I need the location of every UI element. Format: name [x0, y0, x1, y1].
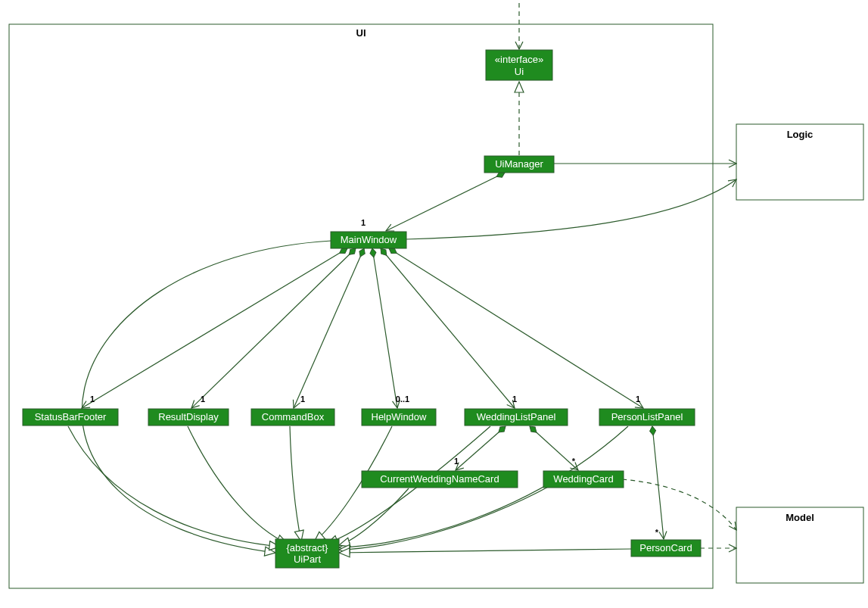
mult-currentweddingnamecard: 1 — [454, 457, 459, 466]
node-mainwindow: MainWindow — [331, 232, 406, 248]
node-personlistpanel: PersonListPanel — [599, 409, 695, 426]
mult-personcard: * — [655, 528, 659, 537]
package-ui — [9, 24, 713, 588]
svg-text:CommandBox: CommandBox — [262, 411, 325, 422]
svg-text:PersonListPanel: PersonListPanel — [611, 411, 683, 422]
node-personcard: PersonCard — [631, 540, 701, 557]
svg-text:«interface»: «interface» — [495, 54, 543, 65]
svg-text:WeddingListPanel: WeddingListPanel — [477, 411, 556, 422]
mult-resultdisplay: 1 — [201, 394, 205, 404]
svg-text:PersonCard: PersonCard — [639, 542, 692, 553]
node-helpwindow: HelpWindow — [362, 409, 436, 426]
node-currentweddingnamecard: CurrentWeddingNameCard — [362, 471, 518, 488]
package-logic-title: Logic — [787, 129, 814, 140]
node-statusbarfooter: StatusBarFooter — [23, 409, 118, 426]
mult-helpwindow: 0..1 — [396, 394, 409, 404]
package-model-title: Model — [786, 512, 814, 523]
svg-text:UiManager: UiManager — [495, 158, 543, 170]
svg-text:WeddingCard: WeddingCard — [553, 473, 613, 485]
package-ui-title: UI — [356, 27, 366, 39]
svg-text:{abstract}: {abstract} — [287, 542, 329, 553]
node-weddingcard: WeddingCard — [543, 471, 624, 488]
mult-weddingcard: * — [572, 457, 576, 466]
svg-text:ResultDisplay: ResultDisplay — [158, 411, 219, 422]
mult-statusbarfooter: 1 — [90, 394, 95, 404]
svg-text:StatusBarFooter: StatusBarFooter — [35, 411, 107, 422]
mult-commandbox: 1 — [300, 394, 305, 404]
node-uimanager: UiManager — [484, 156, 554, 173]
node-weddinglistpanel: WeddingListPanel — [465, 409, 568, 426]
node-ui-interface: «interface» Ui — [486, 50, 552, 80]
node-commandbox: CommandBox — [251, 409, 334, 426]
node-uipart: {abstract} UiPart — [275, 539, 339, 568]
node-resultdisplay: ResultDisplay — [148, 409, 229, 426]
mult-weddinglistpanel: 1 — [512, 394, 517, 404]
svg-text:CurrentWeddingNameCard: CurrentWeddingNameCard — [380, 473, 499, 485]
svg-text:HelpWindow: HelpWindow — [372, 411, 428, 422]
svg-text:UiPart: UiPart — [294, 553, 322, 565]
mult-mainwindow: 1 — [361, 218, 366, 227]
svg-text:MainWindow: MainWindow — [341, 234, 397, 245]
mult-personlistpanel: 1 — [636, 394, 640, 404]
svg-text:Ui: Ui — [515, 66, 524, 77]
